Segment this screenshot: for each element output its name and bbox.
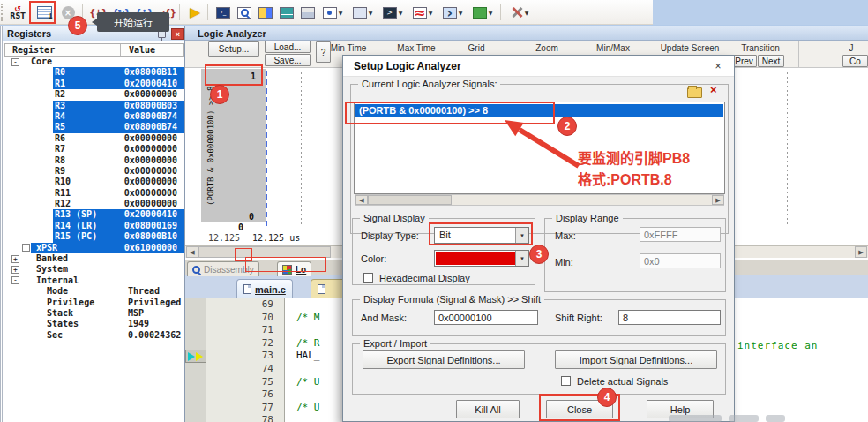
toolbar-grip[interactable]: [1, 4, 4, 21]
dropdown-caret-icon[interactable]: ▼: [399, 10, 403, 16]
delete-signal-icon[interactable]: ×: [710, 83, 717, 96]
display-type-select[interactable]: Bit ▼: [434, 227, 529, 244]
register-row[interactable]: R0 0x08000B11: [4, 67, 184, 78]
scroll-right-button[interactable]: ▶: [712, 195, 724, 205]
run-button[interactable]: ↓: [34, 3, 55, 22]
line-marker[interactable]: [185, 337, 206, 350]
register-row[interactable]: Privilege Privileged: [4, 298, 184, 308]
analysis-windows-button[interactable]: ≈ ▼: [408, 3, 437, 22]
save-button[interactable]: Save...: [265, 54, 311, 66]
register-row[interactable]: Mode Thread: [4, 286, 184, 297]
tree-expander-icon[interactable]: +: [22, 244, 30, 252]
memory-map-button[interactable]: ▼: [348, 3, 377, 22]
line-marker[interactable]: [185, 350, 206, 363]
find-in-files-button[interactable]: [234, 3, 255, 22]
line-marker[interactable]: [185, 312, 206, 325]
load-button[interactable]: Load...: [265, 41, 311, 53]
dialog-title-bar[interactable]: Setup Logic Analyzer ×: [343, 56, 734, 77]
register-row[interactable]: Stack MSP: [4, 308, 184, 319]
dropdown-caret-icon[interactable]: ▼: [459, 10, 463, 16]
serial-window-button[interactable]: > ▼: [378, 3, 407, 22]
import-signal-definitions-button[interactable]: Import Signal Definitions...: [555, 350, 717, 369]
register-row[interactable]: + xPSR 0x61000000: [4, 243, 184, 253]
register-row[interactable]: R14 (LR) 0x08000169: [4, 221, 184, 231]
column-divider[interactable]: [120, 44, 121, 56]
line-marker[interactable]: [185, 298, 206, 312]
register-row[interactable]: R2 0x00000000: [4, 89, 184, 100]
register-row[interactable]: R3 0x08000B03: [4, 101, 184, 111]
kill-all-button[interactable]: Kill All: [456, 400, 520, 418]
tree-expander-icon[interactable]: -: [11, 58, 19, 66]
max-field[interactable]: 0xFFFF: [640, 227, 721, 242]
shift-right-field[interactable]: 8: [618, 310, 721, 325]
chevron-down-icon[interactable]: ▼: [515, 251, 528, 266]
system-viewer-button[interactable]: ▼: [468, 3, 497, 22]
line-marker[interactable]: [185, 388, 206, 402]
registers-close-button[interactable]: ×: [171, 28, 184, 40]
dropdown-caret-icon[interactable]: ▼: [339, 10, 343, 16]
transition-prev-button[interactable]: Prev: [731, 55, 757, 67]
cursor-line[interactable]: [266, 71, 267, 226]
register-column-header[interactable]: Register: [12, 45, 55, 55]
tree-expander-icon[interactable]: -: [11, 276, 19, 284]
register-row[interactable]: R6 0x00000000: [4, 133, 184, 144]
dropdown-caret-icon[interactable]: ▼: [369, 10, 373, 16]
register-row[interactable]: Sec 0.00024362: [4, 330, 184, 341]
line-marker[interactable]: [185, 402, 206, 415]
signal-list-scrollbar[interactable]: ◀ ▶: [355, 194, 724, 206]
command-window-button[interactable]: ›_: [213, 3, 234, 22]
export-signal-definitions-button[interactable]: Export Signal Definitions...: [363, 350, 525, 369]
register-row[interactable]: - Core: [4, 57, 184, 67]
delete-actual-signals-checkbox[interactable]: [561, 376, 571, 386]
register-row[interactable]: + System: [4, 264, 184, 275]
dialog-close-icon[interactable]: ×: [710, 58, 726, 74]
line-marker[interactable]: [185, 324, 206, 337]
register-row[interactable]: + Banked: [4, 253, 184, 264]
and-mask-field[interactable]: 0x00000100: [434, 310, 538, 325]
jump-to-code-button[interactable]: Co: [842, 55, 868, 67]
dropdown-caret-icon[interactable]: ▼: [525, 10, 529, 16]
tab-disassembly[interactable]: Disassembly: [187, 261, 259, 276]
watch-window-button[interactable]: ▼: [318, 3, 347, 22]
dropdown-caret-icon[interactable]: ▼: [489, 10, 493, 16]
debug-settings-button[interactable]: ▼: [505, 3, 534, 22]
hexadecimal-checkbox[interactable]: [363, 273, 373, 283]
dropdown-caret-icon[interactable]: ▼: [429, 10, 433, 16]
transition-next-button[interactable]: Next: [758, 55, 784, 67]
color-picker[interactable]: ▼: [434, 250, 529, 267]
register-row[interactable]: R15 (PC) 0x08000B10: [4, 231, 184, 242]
tab-main-c[interactable]: main.c: [236, 279, 293, 298]
line-marker[interactable]: [185, 414, 206, 422]
min-field[interactable]: 0x0: [640, 253, 721, 268]
setup-button[interactable]: Setup...: [208, 41, 259, 57]
tree-expander-icon[interactable]: +: [11, 255, 19, 263]
register-row[interactable]: R9 0x00000000: [4, 166, 184, 177]
register-row[interactable]: R13 (SP) 0x20000410: [4, 209, 184, 220]
line-marker[interactable]: [185, 376, 206, 389]
register-row[interactable]: R11 0x00000000: [4, 188, 184, 199]
memory-window-button[interactable]: [276, 3, 297, 22]
trace-window-button[interactable]: › ▼: [438, 3, 467, 22]
register-row[interactable]: R12 0x00000000: [4, 199, 184, 209]
reset-button[interactable]: ↺RST: [5, 3, 30, 22]
chevron-down-icon[interactable]: ▼: [515, 228, 528, 243]
scrollbar-thumb[interactable]: [198, 246, 331, 258]
scrollbar-thumb[interactable]: [368, 195, 452, 205]
scroll-left-button[interactable]: ◀: [355, 195, 368, 205]
tab-logic-analyzer[interactable]: Lo: [277, 261, 311, 276]
scroll-left-button[interactable]: ◀: [186, 246, 198, 258]
register-row[interactable]: R1 0x20000410: [4, 79, 184, 89]
tree-expander-icon[interactable]: +: [11, 266, 19, 274]
register-row[interactable]: R10 0x00000000: [4, 177, 184, 187]
new-signal-icon[interactable]: [687, 87, 702, 98]
register-row[interactable]: R7 0x00000000: [4, 144, 184, 154]
register-row[interactable]: R5 0x08000B74: [4, 122, 184, 132]
disassembly-window-button[interactable]: [255, 3, 276, 22]
register-row[interactable]: States 1949: [4, 319, 184, 329]
next-statement-button[interactable]: ▶: [184, 3, 206, 22]
line-marker[interactable]: [185, 363, 206, 376]
register-row[interactable]: - Internal: [4, 275, 184, 286]
register-row[interactable]: R8 0x00000000: [4, 155, 184, 166]
call-stack-button[interactable]: [297, 3, 318, 22]
register-row[interactable]: R4 0x08000B74: [4, 111, 184, 122]
